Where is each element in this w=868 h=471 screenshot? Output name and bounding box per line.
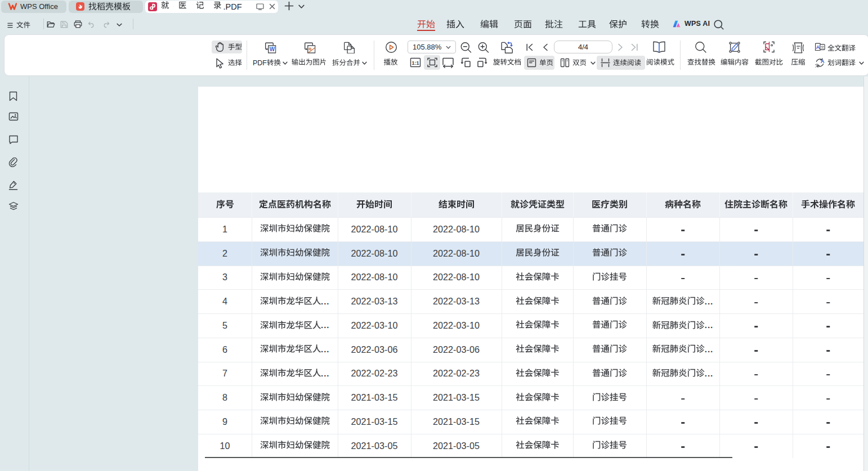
svg-text:W: W [270, 46, 275, 52]
svg-text:A: A [816, 44, 820, 50]
svg-text:A: A [821, 58, 825, 64]
svg-text:1:1: 1:1 [411, 60, 419, 66]
